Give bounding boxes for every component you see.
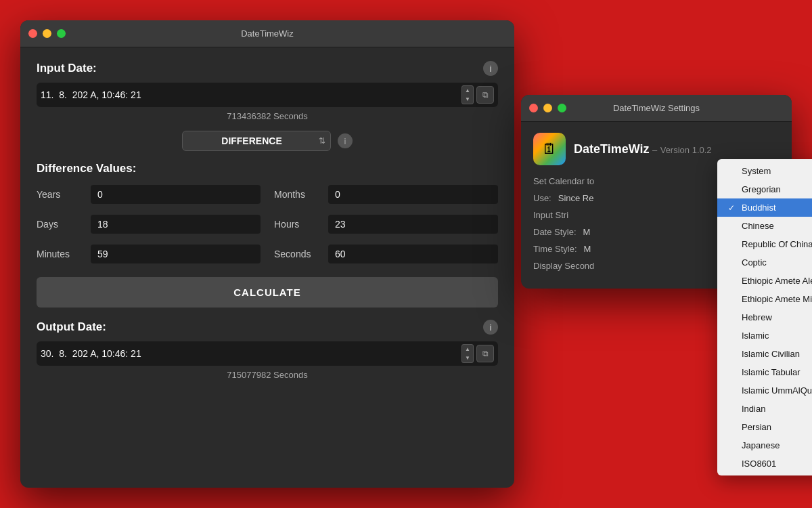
- main-titlebar: DateTimeWiz: [20, 20, 514, 47]
- months-input[interactable]: [328, 185, 498, 204]
- main-content: Input Date: i ▲ ▼ ⧉ 713436382 Seconds DI…: [20, 47, 514, 403]
- time-style-label: Time Style:: [533, 244, 577, 254]
- dropdown-item-label: Republic Of China: [742, 239, 812, 249]
- main-window: DateTimeWiz Input Date: i ▲ ▼ ⧉ 71343638…: [20, 20, 514, 488]
- dropdown-item-label: Hebrew: [742, 312, 772, 322]
- copy-output-button[interactable]: ⧉: [476, 345, 494, 362]
- copy-input-button[interactable]: ⧉: [476, 86, 494, 104]
- output-stepper-up-icon[interactable]: ▲: [462, 345, 473, 354]
- dropdown-item-label: Coptic: [742, 257, 767, 268]
- dropdown-item-label: Islamic Civilian: [742, 349, 800, 359]
- settings-minimize-button[interactable]: [543, 104, 552, 112]
- app-icon: 🗓: [533, 133, 566, 165]
- dropdown-item-label: Persian: [742, 422, 771, 432]
- minutes-label: Minutes: [37, 249, 84, 259]
- date-style-value: M: [583, 227, 591, 237]
- seconds-input[interactable]: [328, 245, 498, 263]
- settings-close-button[interactable]: [529, 104, 538, 112]
- mode-selector-row: DIFFERENCE i: [37, 131, 498, 151]
- input-string-label: Input Stri: [533, 210, 568, 220]
- output-date-label: Output Date:: [37, 320, 106, 334]
- dropdown-item[interactable]: Hebrew: [717, 308, 812, 326]
- input-seconds-display: 713436382 Seconds: [37, 111, 498, 121]
- days-label: Days: [37, 219, 84, 230]
- mode-selector[interactable]: DIFFERENCE: [182, 131, 331, 151]
- main-window-title: DateTimeWiz: [241, 28, 294, 39]
- dropdown-item-label: Buddhist: [742, 203, 776, 213]
- dropdown-item[interactable]: Republic Of China: [717, 235, 812, 253]
- hours-field: Hours: [274, 215, 498, 234]
- dropdown-item[interactable]: Islamic Tabular: [717, 363, 812, 381]
- output-date-field[interactable]: [41, 348, 459, 359]
- use-label: Use:: [533, 193, 551, 203]
- display-second-label: Display Second: [533, 261, 594, 271]
- set-calendar-label: Set Calendar to: [533, 176, 594, 186]
- use-value: Since Re: [558, 193, 594, 203]
- stepper-down-icon[interactable]: ▼: [462, 95, 473, 104]
- settings-maximize-button[interactable]: [558, 104, 566, 112]
- output-date-stepper[interactable]: ▲ ▼: [461, 344, 474, 363]
- dropdown-item[interactable]: Indian: [717, 400, 812, 418]
- output-info-icon[interactable]: i: [483, 320, 498, 335]
- dropdown-item-label: Islamic UmmAlQura: [742, 385, 812, 396]
- stepper-up-icon[interactable]: ▲: [462, 86, 473, 95]
- output-date-section: Output Date: i: [37, 320, 498, 335]
- dropdown-item[interactable]: Japanese: [717, 436, 812, 454]
- mode-select-wrapper: DIFFERENCE: [182, 131, 331, 151]
- dropdown-item[interactable]: Islamic UmmAlQura: [717, 381, 812, 400]
- input-date-section: Input Date: i: [37, 61, 498, 76]
- mode-info-icon[interactable]: i: [338, 133, 353, 148]
- dropdown-item[interactable]: Ethiopic Amete Alem: [717, 272, 812, 290]
- output-seconds-display: 715077982 Seconds: [37, 370, 498, 380]
- time-style-value: M: [584, 244, 591, 254]
- output-stepper-down-icon[interactable]: ▼: [462, 354, 473, 362]
- settings-titlebar-buttons: [529, 104, 566, 112]
- dropdown-item[interactable]: Islamic Civilian: [717, 345, 812, 363]
- dropdown-item[interactable]: Persian: [717, 418, 812, 436]
- years-label: Years: [37, 189, 84, 200]
- calendar-dropdown: SystemGregorian✓BuddhistChineseRepublic …: [717, 159, 812, 475]
- seconds-label: Seconds: [274, 249, 321, 259]
- dropdown-item[interactable]: Ethiopic Amete Mihret: [717, 290, 812, 308]
- years-input[interactable]: [91, 185, 261, 204]
- settings-version: Version 1.0.2: [660, 145, 712, 155]
- close-button[interactable]: [28, 29, 37, 38]
- dropdown-item[interactable]: System: [717, 162, 812, 180]
- settings-app-info: DateTimeWiz – Version 1.0.2: [574, 142, 712, 156]
- settings-window: DateTimeWiz Settings 🗓 DateTimeWiz – Ver…: [521, 95, 792, 289]
- date-style-label: Date Style:: [533, 227, 577, 237]
- dropdown-item[interactable]: Islamic: [717, 326, 812, 345]
- years-field: Years: [37, 185, 261, 204]
- dropdown-item[interactable]: Coptic: [717, 253, 812, 272]
- input-date-row: ▲ ▼ ⧉: [37, 83, 498, 107]
- dropdown-item-label: ISO8601: [742, 459, 776, 469]
- minutes-input[interactable]: [91, 245, 261, 263]
- dropdown-item[interactable]: ✓Buddhist: [717, 198, 812, 217]
- settings-app-name: DateTimeWiz: [574, 142, 650, 156]
- dropdown-item[interactable]: Chinese: [717, 217, 812, 235]
- input-info-icon[interactable]: i: [483, 61, 498, 76]
- hours-label: Hours: [274, 219, 321, 230]
- minutes-field: Minutes: [37, 245, 261, 263]
- dropdown-item-label: Japanese: [742, 440, 780, 450]
- dropdown-item-label: Ethiopic Amete Mihret: [742, 294, 812, 304]
- dropdown-item[interactable]: ISO8601: [717, 454, 812, 473]
- output-date-row: ▲ ▼ ⧉: [37, 341, 498, 366]
- minimize-button[interactable]: [43, 29, 51, 38]
- dropdown-item-label: Chinese: [742, 221, 774, 231]
- diff-grid: Years Months Days Hours Minutes: [37, 185, 498, 263]
- input-date-label: Input Date:: [37, 62, 97, 75]
- dropdown-item[interactable]: Gregorian: [717, 180, 812, 198]
- titlebar-buttons: [28, 29, 66, 38]
- checkmark-icon: ✓: [728, 203, 738, 213]
- dropdown-item-label: System: [742, 166, 771, 176]
- days-input[interactable]: [91, 215, 261, 234]
- hours-input[interactable]: [328, 215, 498, 234]
- dropdown-item-label: Ethiopic Amete Alem: [742, 276, 812, 286]
- input-date-stepper[interactable]: ▲ ▼: [461, 85, 474, 104]
- input-date-field[interactable]: [41, 89, 459, 100]
- months-field: Months: [274, 185, 498, 204]
- maximize-button[interactable]: [57, 29, 66, 38]
- calculate-button[interactable]: CALCULATE: [37, 277, 498, 308]
- settings-window-title: DateTimeWiz Settings: [613, 103, 700, 113]
